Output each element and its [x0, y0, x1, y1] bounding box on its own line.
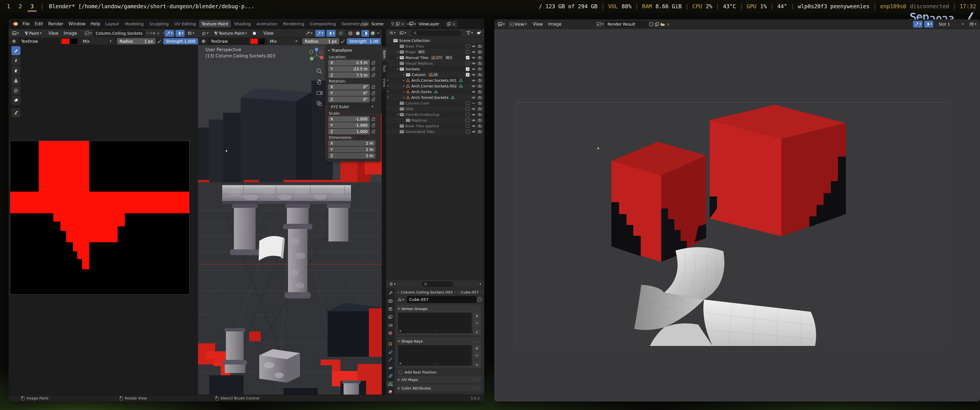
tab-compositing[interactable]: Compositing	[307, 20, 339, 28]
image-editor-view-menu[interactable]: View	[46, 30, 61, 37]
pin-icon[interactable]	[480, 291, 482, 294]
tab-rendering[interactable]: Rendering	[281, 20, 307, 28]
tab-modeling[interactable]: Modeling	[122, 20, 146, 28]
mesh-selector-button[interactable]: ▾	[396, 296, 406, 303]
gizmo-toggle-button[interactable]: ▾	[165, 30, 174, 37]
eye-icon[interactable]	[471, 90, 476, 94]
image-editor-image-menu[interactable]: Image	[61, 30, 80, 37]
workspace-1[interactable]: 1	[5, 2, 12, 11]
camera-icon[interactable]	[478, 124, 482, 127]
lock-open-icon[interactable]	[371, 73, 375, 77]
outliner-row[interactable]: Scene Collection	[386, 38, 484, 43]
scale-y[interactable]: Y-1.000	[328, 122, 370, 128]
tab-physics[interactable]	[387, 365, 394, 371]
tab-sculpting[interactable]: Sculpting	[147, 20, 171, 28]
strength-slider[interactable]: Strength 1.00	[347, 38, 381, 44]
copy-icon[interactable]	[655, 22, 659, 27]
menu-render[interactable]: Render	[46, 20, 66, 28]
color-swatch[interactable]	[250, 39, 265, 44]
lock-open-icon[interactable]	[371, 123, 375, 127]
breadcrumb-mesh[interactable]: Cube.057	[461, 290, 479, 294]
outliner-row[interactable]: Base Tiles.applied	[386, 123, 484, 129]
eye-icon[interactable]	[471, 84, 476, 88]
tab-constraints[interactable]	[387, 373, 394, 379]
copy-icon[interactable]	[150, 31, 152, 35]
pin-icon[interactable]	[163, 31, 165, 35]
collapse-icon[interactable]: ▾	[398, 340, 400, 343]
scale-z[interactable]: Z1.000	[328, 129, 370, 134]
eye-closed-icon[interactable]	[471, 102, 476, 105]
tab-layout[interactable]: Layout	[103, 20, 122, 28]
lock-open-icon[interactable]	[371, 67, 375, 71]
tab-particles[interactable]	[387, 358, 394, 363]
list-resize-icon[interactable]: ▶	[400, 362, 402, 365]
editor-type-button[interactable]: ▾	[11, 30, 21, 37]
add-vertex-group-button[interactable]: +	[474, 313, 480, 319]
editor-type-button[interactable]: ▾	[388, 30, 397, 37]
gizmo-x-axis[interactable]	[320, 56, 324, 59]
camera-icon[interactable]	[478, 107, 482, 110]
render-image-menu[interactable]: Image	[546, 21, 564, 28]
uv-maps-panel[interactable]: ▶ UV Maps ⁙⁙	[396, 376, 482, 383]
eye-icon[interactable]	[471, 107, 476, 110]
rotation-mode-dropdown[interactable]: XYZ Euler▾	[328, 103, 375, 110]
object-visibility-button[interactable]: ▾	[304, 30, 314, 37]
tab-output[interactable]	[387, 307, 394, 312]
shading-material-preview-button[interactable]	[361, 30, 369, 37]
folder-icon[interactable]	[660, 22, 665, 26]
radius-slider[interactable]: Radius 1 px	[117, 38, 156, 44]
sidebar-tab-item[interactable]: Item	[382, 47, 387, 62]
camera-icon[interactable]	[478, 62, 482, 65]
camera-icon[interactable]	[478, 113, 482, 116]
filter-button[interactable]: ▾	[465, 30, 474, 37]
outliner-row[interactable]: ▸Column38✓	[386, 72, 484, 78]
blend-mode-dropdown[interactable]: Mix ▾	[267, 38, 299, 45]
tab-object[interactable]	[387, 341, 394, 346]
strength-slider[interactable]: Strength 1.000	[163, 38, 198, 44]
dimension-z[interactable]: Z2 m	[328, 153, 375, 159]
exclude-checkbox-checked[interactable]: ✓	[466, 67, 469, 71]
brush-name-field[interactable]: TexDraw	[208, 38, 248, 45]
outliner-search-input[interactable]	[411, 30, 461, 36]
outliner-row[interactable]: Column.Core	[386, 100, 484, 106]
list-grip-icon[interactable]: ⁙⁙	[433, 362, 437, 365]
properties-search-input[interactable]	[422, 281, 453, 287]
expand-toggle[interactable]: ▾	[396, 67, 400, 70]
exclude-checkbox[interactable]	[466, 62, 469, 65]
render-result-area[interactable]	[494, 29, 980, 402]
tab-view-layer[interactable]	[387, 314, 394, 320]
scene-name[interactable]: Scene	[369, 21, 391, 27]
outliner-item-name[interactable]: Visual Replicas	[406, 61, 433, 65]
workspace-2[interactable]: 2	[17, 2, 23, 11]
background-color[interactable]	[70, 39, 77, 44]
shape-keys-list[interactable]: ▶ ⁙⁙	[398, 345, 472, 366]
list-grip-icon[interactable]: ⁙⁙	[433, 330, 437, 332]
outliner-item-name[interactable]: Column	[412, 73, 426, 77]
eye-icon[interactable]	[471, 96, 476, 99]
gizmo-y-axis[interactable]	[310, 57, 313, 60]
copy-icon[interactable]	[396, 22, 400, 26]
exclude-checkbox[interactable]	[466, 130, 469, 133]
pressure-icon[interactable]	[341, 39, 345, 44]
sidebar-tab-view[interactable]: View	[382, 75, 387, 90]
camera-icon[interactable]	[478, 102, 482, 105]
menu-help[interactable]: Help	[88, 20, 103, 28]
tab-tool[interactable]	[387, 291, 394, 296]
tab-scene[interactable]	[387, 322, 394, 328]
eye-icon[interactable]	[471, 45, 476, 48]
brush-icon[interactable]	[12, 39, 16, 44]
scene-selector[interactable]: ▾ Scene ×	[361, 21, 406, 27]
display-channels-button[interactable]: ▾	[968, 21, 978, 28]
image-datablock-name[interactable]: Render Result	[605, 21, 648, 28]
zoom-icon[interactable]	[316, 68, 323, 75]
outliner-row[interactable]: Utils	[386, 106, 484, 111]
outliner-item-name[interactable]: Arch.Socks	[411, 90, 431, 94]
pressure-icon[interactable]	[157, 39, 162, 44]
lock-open-icon[interactable]	[371, 130, 375, 133]
workspace-3-active[interactable]: 3	[29, 2, 35, 11]
collapse-icon[interactable]: ▾	[398, 307, 400, 310]
camera-icon[interactable]	[478, 79, 482, 82]
viewlayer-selector[interactable]: ▾ ViewLayer ×	[409, 21, 458, 27]
camera-view-icon[interactable]	[316, 89, 323, 96]
paint-mode-dropdown[interactable]: Paint ▾	[23, 30, 43, 37]
